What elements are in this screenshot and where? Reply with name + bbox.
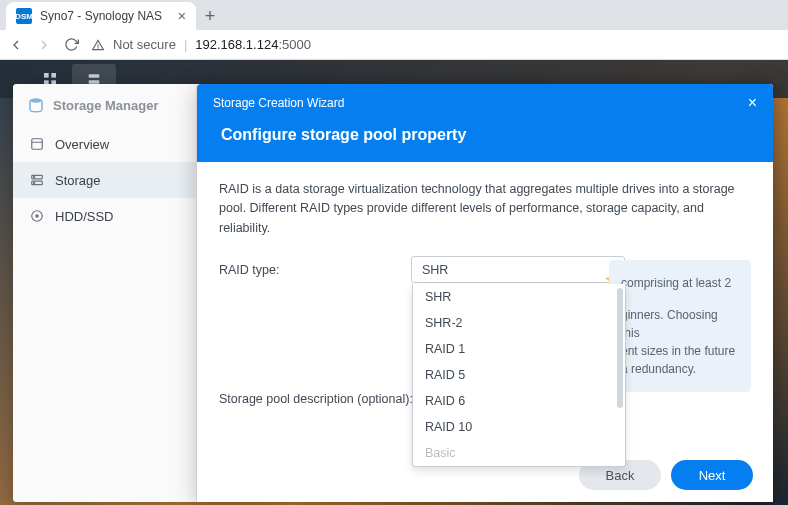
hint-text-line: ginners. Choosing this <box>621 306 739 342</box>
raid-option[interactable]: RAID 5 <box>413 362 625 388</box>
next-button[interactable]: Next <box>671 460 753 490</box>
browser-toolbar: Not secure | 192.168.1.124:5000 <box>0 30 788 60</box>
scrollbar[interactable] <box>617 288 623 408</box>
svg-point-11 <box>34 177 35 178</box>
raid-option[interactable]: Basic <box>413 440 625 466</box>
sidebar-item-overview[interactable]: Overview <box>13 126 196 162</box>
app-title: Storage Manager <box>13 84 196 126</box>
address-bar[interactable]: Not secure | 192.168.1.124:5000 <box>91 37 780 52</box>
description-row: Storage pool description (optional): <box>219 392 413 406</box>
overview-icon <box>29 136 45 152</box>
raid-option[interactable]: SHR-2 <box>413 310 625 336</box>
sidebar-item-hdd-ssd[interactable]: HDD/SSD <box>13 198 196 234</box>
url-host: 192.168.1.124 <box>195 37 278 52</box>
svg-point-6 <box>30 98 42 103</box>
storage-manager-icon <box>27 96 45 114</box>
favicon-icon: DSM <box>16 8 32 24</box>
raid-option[interactable]: RAID 1 <box>413 336 625 362</box>
tab-title: Syno7 - Synology NAS <box>40 9 162 23</box>
wizard-body: RAID is a data storage virtualization te… <box>197 162 773 448</box>
hint-text-line: comprising at least 2 <box>621 274 739 292</box>
browser-tab[interactable]: DSM Syno7 - Synology NAS × <box>6 2 196 30</box>
storage-manager-sidebar: Storage Manager Overview Storage HDD/SSD <box>13 84 197 502</box>
warning-icon <box>91 38 105 52</box>
new-tab-button[interactable]: + <box>196 2 224 30</box>
raid-option[interactable]: RAID 6 <box>413 388 625 414</box>
tab-close-icon[interactable]: × <box>178 8 186 24</box>
forward-icon[interactable] <box>36 37 52 53</box>
hdd-icon <box>29 208 45 224</box>
security-label: Not secure <box>113 37 176 52</box>
hint-text-line: a redundancy. <box>621 360 739 378</box>
browser-tab-bar: DSM Syno7 - Synology NAS × + <box>0 0 788 30</box>
raid-option[interactable]: SHR <box>413 284 625 310</box>
wizard-heading: Configure storage pool property <box>213 112 757 162</box>
storage-icon <box>29 172 45 188</box>
close-icon[interactable]: × <box>748 94 757 112</box>
description-label: Storage pool description (optional): <box>219 392 413 406</box>
wizard-header: Storage Creation Wizard × Configure stor… <box>197 84 773 162</box>
hint-text-line: ent sizes in the future <box>621 342 739 360</box>
sidebar-item-label: HDD/SSD <box>55 209 114 224</box>
reload-icon[interactable] <box>64 37 79 52</box>
sidebar-item-storage[interactable]: Storage <box>13 162 196 198</box>
svg-rect-0 <box>44 73 49 78</box>
wizard-intro-text: RAID is a data storage virtualization te… <box>219 180 751 238</box>
svg-rect-7 <box>32 139 43 150</box>
raid-option[interactable]: RAID 10 <box>413 414 625 440</box>
raid-type-dropdown: SHR SHR-2 RAID 1 RAID 5 RAID 6 RAID 10 B… <box>412 284 626 467</box>
svg-point-12 <box>34 182 35 183</box>
raid-type-label: RAID type: <box>219 263 411 277</box>
app-title-text: Storage Manager <box>53 98 158 113</box>
wizard-title: Storage Creation Wizard <box>213 96 344 110</box>
raid-type-selected-value: SHR <box>422 263 448 277</box>
raid-hint-box: comprising at least 2 ginners. Choosing … <box>609 260 751 392</box>
sidebar-item-label: Overview <box>55 137 109 152</box>
url-port: :5000 <box>278 37 311 52</box>
raid-type-select[interactable]: SHR ▾ 👆 SHR SHR-2 RAID 1 RAID 5 RAID 6 R… <box>411 256 625 283</box>
svg-point-14 <box>36 215 38 217</box>
svg-rect-1 <box>51 73 56 78</box>
back-icon[interactable] <box>8 37 24 53</box>
sidebar-item-label: Storage <box>55 173 101 188</box>
svg-rect-4 <box>89 74 100 77</box>
storage-creation-wizard: Storage Creation Wizard × Configure stor… <box>197 84 773 502</box>
